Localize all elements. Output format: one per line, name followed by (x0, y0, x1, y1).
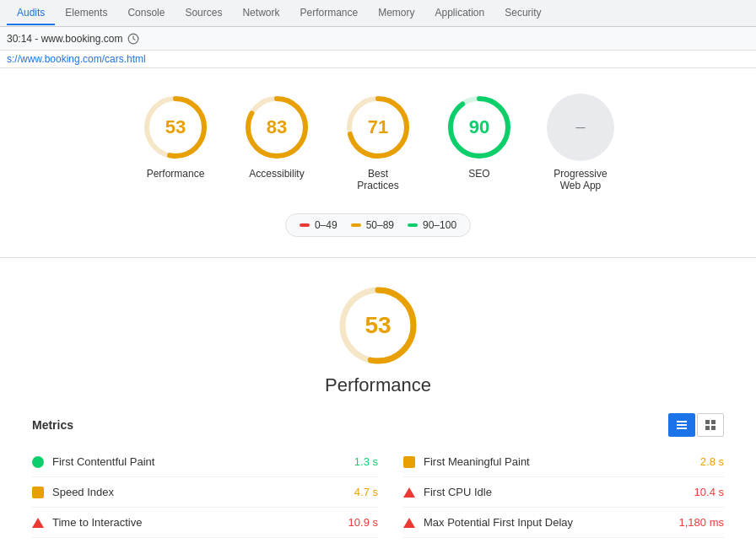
legend-label-low: 0–49 (315, 219, 338, 231)
perf-circle-large: 53 (336, 283, 420, 368)
metric-row-fci: First CPU Idle 10.4 s (403, 477, 724, 508)
metric-name-mpfid: Max Potential First Input Delay (424, 516, 671, 529)
metrics-right-col: First Meaningful Paint 2.8 s First CPU I… (378, 447, 724, 538)
legend-item-high: 90–100 (408, 219, 456, 231)
section-divider (0, 257, 756, 258)
tab-performance[interactable]: Performance (289, 2, 368, 25)
metric-icon-mpfid (403, 518, 415, 528)
score-label-pwa: ProgressiveWeb App (554, 168, 607, 191)
perf-score-section: 53 Performance Metrics (0, 275, 756, 548)
perf-score-title: Performance (325, 374, 431, 396)
tab-security[interactable]: Security (494, 2, 551, 25)
score-circle-accessibility: 83 (243, 94, 310, 161)
metric-name-tti: Time to Interactive (52, 516, 340, 529)
metric-value-fci: 10.4 s (694, 486, 724, 498)
metric-name-fcp: First Contentful Paint (52, 455, 346, 468)
tab-memory[interactable]: Memory (368, 2, 424, 25)
metric-value-mpfid: 1,180 ms (679, 516, 724, 529)
toggle-detail-view[interactable] (697, 413, 724, 437)
score-label-accessibility: Accessibility (249, 168, 304, 180)
metrics-left-col: First Contentful Paint 1.3 s Speed Index… (32, 447, 378, 538)
score-circle-seo: 90 (446, 94, 513, 161)
legend-dot-low (300, 223, 310, 227)
metric-value-si: 4.7 s (354, 486, 378, 498)
legend-pill: 0–49 50–89 90–100 (285, 213, 471, 237)
score-card-seo[interactable]: 90 SEO (446, 94, 513, 191)
score-card-accessibility[interactable]: 83 Accessibility (243, 94, 310, 191)
metric-name-si: Speed Index (52, 486, 346, 498)
tab-sources[interactable]: Sources (175, 2, 232, 25)
metric-name-fmp: First Meaningful Paint (424, 455, 692, 468)
devtools-tab-bar: Audits Elements Console Sources Network … (0, 0, 756, 27)
metric-icon-fci (403, 487, 415, 498)
score-label-performance: Performance (147, 168, 205, 180)
metrics-title: Metrics (32, 418, 73, 432)
score-label-seo: SEO (468, 168, 489, 180)
address-bar-url: 30:14 - www.booking.com (7, 33, 122, 45)
score-card-best-practices[interactable]: 71 BestPractices (344, 94, 412, 191)
metric-row-mpfid: Max Potential First Input Delay 1,180 ms (403, 508, 724, 538)
metric-icon-fcp (32, 456, 44, 468)
score-label-best-practices: BestPractices (357, 168, 398, 191)
legend-dot-mid (351, 223, 361, 227)
metric-row-si: Speed Index 4.7 s (32, 477, 378, 508)
svg-rect-16 (705, 426, 710, 430)
metric-icon-si (32, 487, 44, 498)
main-content: 53 Performance 83 Accessibility (0, 68, 756, 548)
legend-dot-high (408, 223, 418, 227)
score-card-pwa[interactable]: — ProgressiveWeb App (547, 94, 614, 191)
legend-item-mid: 50–89 (351, 219, 394, 231)
address-bar: 30:14 - www.booking.com (0, 27, 756, 51)
svg-rect-12 (677, 424, 687, 426)
metric-icon-tti (32, 518, 44, 528)
metric-value-fcp: 1.3 s (354, 455, 378, 468)
perf-score-value: 53 (364, 312, 391, 339)
reload-icon[interactable] (127, 33, 139, 45)
metric-row-fcp: First Contentful Paint 1.3 s (32, 447, 378, 477)
svg-rect-13 (677, 428, 687, 429)
score-value-best-practices: 71 (368, 116, 388, 138)
metric-icon-fmp (403, 456, 415, 468)
view-toggle (668, 413, 724, 437)
metrics-header: Metrics (32, 413, 724, 437)
metric-value-tti: 10.9 s (348, 516, 378, 529)
metric-value-fmp: 2.8 s (700, 455, 724, 468)
tab-console[interactable]: Console (117, 2, 175, 25)
pwa-dash: — (576, 122, 586, 132)
metric-row-fmp: First Meaningful Paint 2.8 s (403, 447, 724, 477)
metrics-grid: First Contentful Paint 1.3 s Speed Index… (32, 447, 724, 538)
tab-network[interactable]: Network (232, 2, 289, 25)
svg-rect-11 (677, 421, 687, 422)
svg-rect-14 (705, 420, 710, 424)
score-cards-section: 53 Performance 83 Accessibility (0, 68, 756, 200)
score-circle-best-practices: 71 (344, 94, 412, 161)
legend-item-low: 0–49 (300, 219, 338, 231)
tab-application[interactable]: Application (425, 2, 495, 25)
legend-label-mid: 50–89 (366, 219, 394, 231)
svg-rect-15 (711, 420, 716, 424)
url-bar: s://www.booking.com/cars.html (0, 51, 756, 68)
score-value-performance: 53 (165, 116, 186, 138)
metric-name-fci: First CPU Idle (424, 486, 686, 498)
score-value-accessibility: 83 (267, 116, 287, 138)
score-card-performance[interactable]: 53 Performance (142, 94, 209, 191)
legend-section: 0–49 50–89 90–100 (0, 213, 756, 237)
tab-elements[interactable]: Elements (55, 2, 117, 25)
toggle-list-view[interactable] (668, 413, 695, 437)
legend-label-high: 90–100 (423, 219, 456, 231)
pwa-circle: — (547, 94, 614, 161)
score-value-seo: 90 (469, 116, 489, 138)
metric-row-tti: Time to Interactive 10.9 s (32, 508, 378, 538)
score-circle-performance: 53 (142, 94, 209, 161)
metrics-section: Metrics (15, 413, 741, 538)
tab-audits[interactable]: Audits (7, 2, 55, 25)
svg-rect-17 (711, 426, 716, 430)
